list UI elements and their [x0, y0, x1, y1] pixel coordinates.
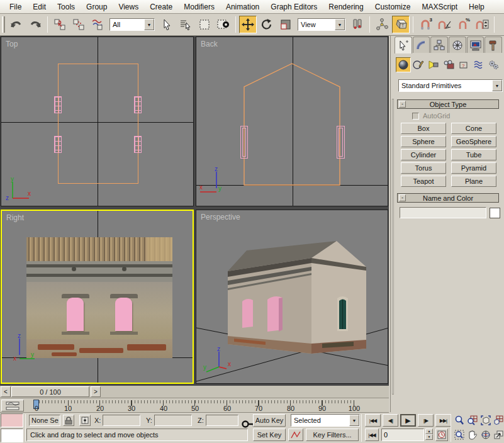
keyboard-shortcut-override-toggle[interactable]: T [392, 16, 410, 33]
zoom-button[interactable] [453, 414, 465, 427]
z-coordinate-field[interactable] [206, 415, 238, 426]
use-pivot-point-center-button[interactable] [349, 16, 366, 33]
rectangular-selection-region-button[interactable] [196, 16, 213, 33]
key-filters-button[interactable]: Key Filters... [306, 429, 359, 441]
tab-motion[interactable] [449, 36, 466, 53]
reference-coordsys-combo[interactable]: View ▼ [298, 18, 345, 31]
category-geometry-button[interactable] [396, 57, 411, 72]
select-by-name-button[interactable] [177, 16, 194, 33]
rollout-scrollbar[interactable] [392, 99, 394, 395]
pan-button[interactable] [466, 429, 478, 441]
object-type-button-sphere[interactable]: Sphere [401, 136, 446, 147]
category-shapes-button[interactable] [411, 57, 426, 72]
selection-filter-combo[interactable]: All ▼ [109, 18, 155, 31]
default-tangent-button[interactable] [288, 429, 303, 441]
maxscript-macro-recorder[interactable] [1, 413, 23, 427]
viewport-right-active[interactable]: Right [1, 210, 194, 384]
menu-create[interactable]: Create [144, 1, 178, 13]
window-wireframe[interactable] [54, 136, 62, 153]
object-type-button-cone[interactable]: Cone [451, 123, 496, 134]
house-footprint-wireframe[interactable] [58, 64, 138, 184]
current-frame-input[interactable] [382, 429, 423, 440]
time-slider-next-button[interactable]: > [91, 386, 101, 397]
zoom-extents-all-button[interactable] [493, 414, 503, 427]
redo-button[interactable] [26, 16, 44, 33]
object-color-swatch[interactable] [490, 208, 500, 218]
go-to-start-button[interactable]: |◀◀ [365, 414, 381, 427]
window-wireframe[interactable] [240, 126, 248, 159]
spinner-up-icon[interactable]: ▲ [425, 429, 433, 434]
zoom-extents-button[interactable] [479, 414, 491, 427]
next-frame-button[interactable]: ||▶ [418, 414, 434, 427]
menu-customize[interactable]: Customize [369, 1, 417, 13]
window-wireframe[interactable] [134, 136, 142, 153]
menu-animation[interactable]: Animation [220, 1, 265, 13]
min-max-toggle-button[interactable] [493, 429, 503, 441]
spinner-snap-toggle-button[interactable] [473, 16, 491, 33]
menu-views[interactable]: Views [113, 1, 144, 13]
frame-spinner[interactable]: ▲ ▼ [425, 429, 433, 440]
select-object-button[interactable] [158, 16, 176, 33]
tab-display[interactable] [467, 36, 484, 53]
time-slider-handle[interactable]: 0 / 100 [11, 386, 89, 397]
category-helpers-button[interactable]: ? [456, 57, 471, 72]
category-cameras-button[interactable] [441, 57, 456, 72]
menu-modifiers[interactable]: Modifiers [178, 1, 220, 13]
object-type-button-torus[interactable]: Torus [401, 162, 446, 174]
y-coordinate-field[interactable] [154, 415, 192, 426]
region-zoom-button[interactable] [453, 429, 465, 441]
house-right-textured-view[interactable] [26, 237, 172, 358]
window-crossing-toggle-button[interactable] [215, 16, 232, 33]
y-coordinate-input[interactable] [155, 415, 191, 425]
object-type-button-box[interactable]: Box [401, 123, 446, 134]
category-spacewarps-button[interactable] [471, 57, 486, 72]
unlink-selection-button[interactable] [70, 16, 87, 33]
window-wireframe[interactable] [54, 96, 62, 113]
menu-help[interactable]: Help [463, 1, 490, 13]
menu-maxscript[interactable]: MAXScript [416, 1, 463, 13]
primitives-dropdown[interactable]: Standard Primitives ▼ [398, 79, 503, 92]
spinner-down-icon[interactable]: ▼ [425, 434, 433, 440]
menu-file[interactable]: File [4, 1, 27, 13]
autogrid-checkbox[interactable] [412, 113, 419, 120]
object-type-button-tube[interactable]: Tube [451, 149, 496, 160]
absolute-offset-mode-toggle[interactable] [79, 415, 91, 426]
go-to-end-button[interactable]: ▶▶| [435, 414, 451, 427]
menu-edit[interactable]: Edit [27, 1, 52, 13]
track-bar-ruler[interactable]: 0 10 20 30 40 50 60 70 80 90 100 [28, 399, 361, 413]
play-button[interactable]: ▶ [400, 414, 416, 427]
bind-to-space-warp-button[interactable] [89, 16, 106, 33]
x-coordinate-field[interactable] [103, 415, 140, 426]
current-frame-field[interactable] [381, 429, 424, 441]
select-and-scale-button[interactable] [277, 16, 294, 33]
object-type-button-geosphere[interactable]: GeoSphere [451, 136, 496, 147]
pink-window[interactable] [115, 298, 132, 331]
object-type-button-pyramid[interactable]: Pyramid [451, 162, 496, 174]
object-name-input-field[interactable] [400, 208, 486, 218]
menu-tools[interactable]: Tools [52, 1, 81, 13]
maxscript-mini-listener[interactable] [1, 429, 23, 442]
select-and-link-button[interactable] [51, 16, 69, 33]
primitives-dropdown-arrow-icon[interactable]: ▼ [492, 80, 502, 91]
z-coordinate-input[interactable] [206, 415, 238, 425]
zoom-all-button[interactable] [466, 414, 478, 427]
select-and-move-button[interactable] [239, 16, 257, 33]
key-mode-dropdown-arrow-icon[interactable]: ▼ [349, 415, 359, 426]
name-color-rollout-header[interactable]: - Name and Color [397, 193, 499, 203]
snaps-toggle-button[interactable]: 3 [417, 16, 434, 33]
key-mode-toggle-button[interactable]: |◀◀ [365, 429, 379, 441]
category-systems-button[interactable] [486, 57, 501, 72]
tab-modify[interactable] [413, 36, 430, 53]
tab-utilities[interactable] [484, 36, 502, 53]
viewport-back[interactable]: Back z x y [196, 36, 388, 206]
time-slider-prev-button[interactable]: < [1, 386, 11, 397]
window-wireframe[interactable] [337, 126, 345, 159]
collapse-icon[interactable]: - [399, 194, 406, 201]
coordsys-dropdown-arrow-icon[interactable]: ▼ [335, 19, 345, 30]
key-mode-combo[interactable]: Selected ▼ [291, 414, 360, 427]
object-type-button-plane[interactable]: Plane [451, 176, 496, 187]
auto-key-button[interactable]: Auto Key [253, 414, 286, 427]
x-coordinate-input[interactable] [103, 415, 140, 425]
object-type-button-cylinder[interactable]: Cylinder [401, 149, 446, 160]
select-and-manipulate-button[interactable] [373, 16, 391, 33]
